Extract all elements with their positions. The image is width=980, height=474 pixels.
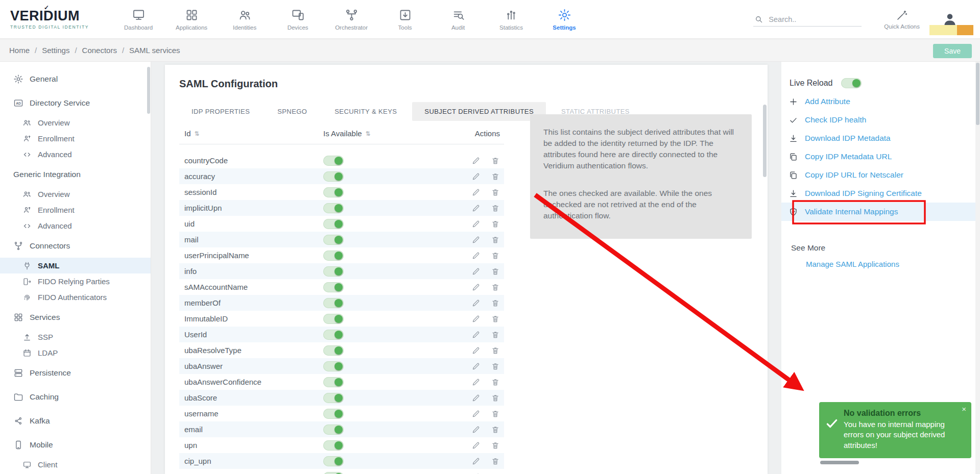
sidebar-item-generic-integration[interactable]: Generic Integration bbox=[0, 162, 151, 186]
crumb-settings[interactable]: Settings bbox=[30, 46, 69, 55]
nav-item-devices[interactable]: Devices bbox=[282, 8, 314, 31]
tab-security-keys[interactable]: SECURITY & KEYS bbox=[322, 102, 409, 121]
edit-icon[interactable] bbox=[471, 251, 481, 260]
close-icon[interactable]: × bbox=[962, 405, 966, 413]
content-scrollbar[interactable] bbox=[763, 105, 767, 177]
delete-icon[interactable] bbox=[491, 409, 500, 418]
crumb-saml-services[interactable]: SAML services bbox=[117, 46, 180, 55]
delete-icon[interactable] bbox=[491, 267, 500, 276]
nav-item-statistics[interactable]: Statistics bbox=[495, 8, 527, 31]
delete-icon[interactable] bbox=[491, 393, 500, 403]
availability-toggle[interactable] bbox=[323, 282, 344, 292]
delete-icon[interactable] bbox=[491, 314, 500, 323]
availability-toggle[interactable] bbox=[323, 409, 344, 419]
availability-toggle[interactable] bbox=[323, 156, 344, 166]
sidebar-item-ssp[interactable]: SSP bbox=[0, 329, 151, 345]
tab-idp-properties[interactable]: IDP PROPERTIES bbox=[179, 102, 262, 121]
sidebar-item-persistence[interactable]: Persistence bbox=[0, 361, 151, 385]
edit-icon[interactable] bbox=[471, 267, 481, 276]
available-column-header[interactable]: Is Available ⇅ bbox=[318, 129, 441, 138]
sidebar-item-enrollment[interactable]: Enrollment bbox=[0, 202, 151, 218]
delete-icon[interactable] bbox=[491, 219, 500, 229]
availability-toggle[interactable] bbox=[323, 251, 344, 261]
sidebar-item-general[interactable]: General bbox=[0, 67, 151, 91]
action-validate-internal-mappings[interactable]: Validate Internal Mappings bbox=[781, 203, 975, 221]
sidebar-item-saml[interactable]: SAML bbox=[0, 258, 151, 273]
availability-toggle[interactable] bbox=[323, 440, 344, 451]
edit-icon[interactable] bbox=[471, 188, 481, 197]
action-copy-idp-url-for-netscaler[interactable]: Copy IDP URL for Netscaler bbox=[781, 166, 975, 184]
edit-icon[interactable] bbox=[471, 314, 481, 323]
delete-icon[interactable] bbox=[491, 425, 500, 434]
edit-icon[interactable] bbox=[471, 172, 481, 181]
sort-icon[interactable]: ⇅ bbox=[195, 130, 200, 137]
availability-toggle[interactable] bbox=[323, 330, 344, 340]
nav-item-tools[interactable]: Tools bbox=[389, 8, 421, 31]
nav-item-dashboard[interactable]: Dashboard bbox=[123, 8, 154, 31]
page-scrollbar[interactable] bbox=[976, 63, 979, 125]
action-download-idp-signing-certificate[interactable]: Download IDP Signing Certificate bbox=[781, 184, 975, 203]
veridium-logo[interactable]: VERIDIUM TRUSTED DIGITAL IDENTITY bbox=[10, 9, 89, 30]
availability-toggle[interactable] bbox=[323, 219, 344, 229]
edit-icon[interactable] bbox=[471, 425, 481, 434]
search-icon[interactable] bbox=[754, 15, 763, 24]
nav-item-settings[interactable]: Settings bbox=[548, 8, 580, 31]
availability-toggle[interactable] bbox=[323, 361, 344, 371]
edit-icon[interactable] bbox=[471, 378, 481, 387]
search-input[interactable] bbox=[769, 15, 855, 23]
delete-icon[interactable] bbox=[491, 378, 500, 387]
sort-icon[interactable]: ⇅ bbox=[366, 130, 371, 137]
availability-toggle[interactable] bbox=[323, 266, 344, 277]
sidebar-item-advanced[interactable]: Advanced bbox=[0, 146, 151, 162]
edit-icon[interactable] bbox=[471, 219, 481, 229]
sidebar-item-overview[interactable]: Overview bbox=[0, 186, 151, 202]
delete-icon[interactable] bbox=[491, 283, 500, 292]
edit-icon[interactable] bbox=[471, 283, 481, 292]
availability-toggle[interactable] bbox=[323, 456, 344, 466]
tab-spnego[interactable]: SPNEGO bbox=[265, 102, 319, 121]
sidebar-item-kafka[interactable]: Kafka bbox=[0, 409, 151, 433]
delete-icon[interactable] bbox=[491, 441, 500, 450]
sidebar-item-advanced[interactable]: Advanced bbox=[0, 218, 151, 234]
action-add-attribute[interactable]: Add Attribute bbox=[781, 92, 975, 111]
sidebar-scrollbar[interactable] bbox=[147, 67, 150, 114]
sidebar-item-directory-service[interactable]: AD Directory Service bbox=[0, 91, 151, 115]
delete-icon[interactable] bbox=[491, 235, 500, 244]
id-column-header[interactable]: Id ⇅ bbox=[179, 129, 318, 138]
nav-item-applications[interactable]: Applications bbox=[176, 8, 207, 31]
edit-icon[interactable] bbox=[471, 346, 481, 355]
availability-toggle[interactable] bbox=[323, 377, 344, 387]
delete-icon[interactable] bbox=[491, 472, 500, 474]
edit-icon[interactable] bbox=[471, 472, 481, 474]
sidebar-item-fido-relying-parties[interactable]: FIDO Relying Parties bbox=[0, 273, 151, 289]
nav-item-orchestrator[interactable]: Orchestrator bbox=[335, 8, 368, 31]
sidebar-item-mobile[interactable]: Mobile bbox=[0, 433, 151, 457]
edit-icon[interactable] bbox=[471, 330, 481, 339]
edit-icon[interactable] bbox=[471, 204, 481, 213]
nav-item-identities[interactable]: Identities bbox=[229, 8, 260, 31]
edit-icon[interactable] bbox=[471, 457, 481, 466]
delete-icon[interactable] bbox=[491, 457, 500, 466]
manage-saml-applications-link[interactable]: Manage SAML Applications bbox=[806, 260, 899, 268]
crumb-home[interactable]: Home bbox=[9, 46, 30, 55]
availability-toggle[interactable] bbox=[323, 393, 344, 403]
availability-toggle[interactable] bbox=[323, 314, 344, 324]
availability-toggle[interactable] bbox=[323, 235, 344, 245]
delete-icon[interactable] bbox=[491, 188, 500, 197]
availability-toggle[interactable] bbox=[323, 203, 344, 213]
delete-icon[interactable] bbox=[491, 172, 500, 181]
crumb-conectors[interactable]: Conectors bbox=[69, 46, 117, 55]
delete-icon[interactable] bbox=[491, 156, 500, 165]
delete-icon[interactable] bbox=[491, 346, 500, 355]
nav-item-audit[interactable]: Audit bbox=[442, 8, 474, 31]
action-download-idp-metadata[interactable]: Download IDP Metadata bbox=[781, 129, 975, 147]
action-check-idp-health[interactable]: Check IDP health bbox=[781, 111, 975, 129]
sidebar-item-client[interactable]: Client bbox=[0, 457, 151, 472]
sidebar-item-fido-authenticators[interactable]: FIDO Authenticators bbox=[0, 289, 151, 305]
live-reload-toggle[interactable] bbox=[841, 78, 862, 88]
delete-icon[interactable] bbox=[491, 251, 500, 260]
edit-icon[interactable] bbox=[471, 235, 481, 244]
action-copy-idp-metadata-url[interactable]: Copy IDP Metadata URL bbox=[781, 147, 975, 166]
edit-icon[interactable] bbox=[471, 298, 481, 308]
quick-actions-button[interactable]: Quick Actions bbox=[884, 9, 920, 30]
